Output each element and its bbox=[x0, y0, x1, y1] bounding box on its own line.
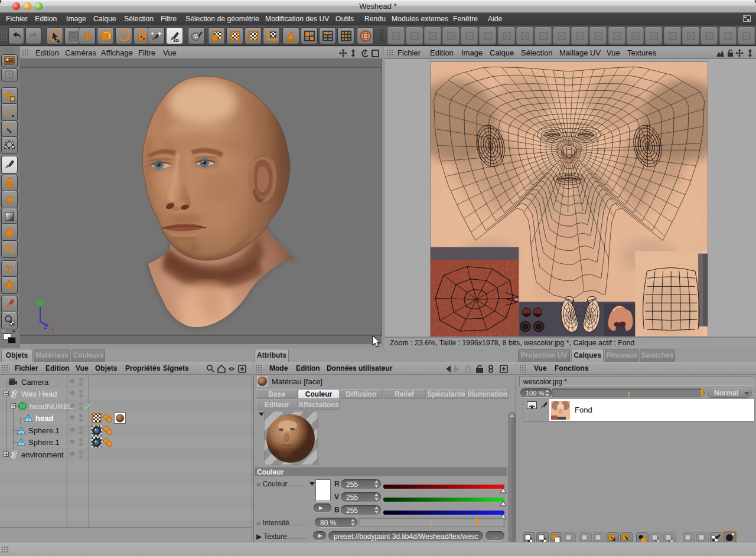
svg-text:x: x bbox=[52, 326, 55, 332]
svg-text:3D: 3D bbox=[173, 38, 179, 42]
svg-text:T: T bbox=[6, 264, 13, 275]
svg-text:Y: Y bbox=[37, 300, 41, 306]
svg-text:Z: Z bbox=[44, 323, 47, 330]
